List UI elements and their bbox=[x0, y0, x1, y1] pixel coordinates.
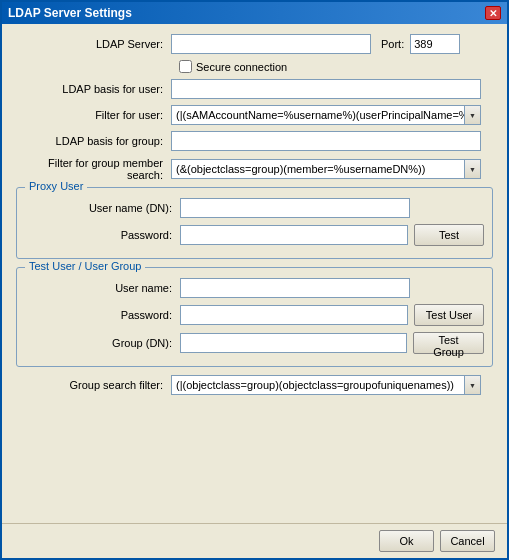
ldap-basis-group-label: LDAP basis for group: bbox=[16, 135, 171, 147]
proxy-username-row: User name (DN): bbox=[25, 198, 484, 218]
bottom-bar: Ok Cancel bbox=[2, 523, 507, 558]
test-group-input[interactable] bbox=[180, 333, 407, 353]
test-user-content: User name: Password: Test User Group (DN… bbox=[25, 278, 484, 354]
ldap-basis-user-input[interactable] bbox=[171, 79, 481, 99]
ldap-settings-dialog: LDAP Server Settings ✕ LDAP Server: Port… bbox=[0, 0, 509, 560]
group-search-filter-value: (|(objectclass=group)(objectclass=groupo… bbox=[172, 379, 464, 391]
test-user-button[interactable]: Test User bbox=[414, 304, 484, 326]
test-username-row: User name: bbox=[25, 278, 484, 298]
ldap-basis-group-row: LDAP basis for group: bbox=[16, 131, 493, 151]
test-group-label: Group (DN): bbox=[25, 337, 180, 349]
secure-connection-row: Secure connection bbox=[179, 60, 493, 73]
secure-connection-label: Secure connection bbox=[196, 61, 287, 73]
test-username-label: User name: bbox=[25, 282, 180, 294]
ok-button[interactable]: Ok bbox=[379, 530, 434, 552]
dialog-title: LDAP Server Settings bbox=[8, 6, 132, 20]
port-label: Port: bbox=[381, 38, 404, 50]
filter-user-label: Filter for user: bbox=[16, 109, 171, 121]
cancel-button[interactable]: Cancel bbox=[440, 530, 495, 552]
test-password-label: Password: bbox=[25, 309, 180, 321]
close-button[interactable]: ✕ bbox=[485, 6, 501, 20]
title-bar: LDAP Server Settings ✕ bbox=[2, 2, 507, 24]
filter-user-value: (|(sAMAccountName=%username%)(userPrinci… bbox=[172, 109, 464, 121]
proxy-username-label: User name (DN): bbox=[25, 202, 180, 214]
test-user-group: Test User / User Group User name: Passwo… bbox=[16, 267, 493, 367]
test-group-row: Group (DN): Test Group bbox=[25, 332, 484, 354]
proxy-password-label: Password: bbox=[25, 229, 180, 241]
secure-connection-checkbox[interactable] bbox=[179, 60, 192, 73]
proxy-user-content: User name (DN): Password: Test bbox=[25, 198, 484, 246]
filter-group-combo[interactable]: (&(objectclass=group)(member=%usernameDN… bbox=[171, 159, 481, 179]
filter-user-dropdown-btn[interactable] bbox=[464, 106, 480, 124]
filter-group-label: Filter for group member search: bbox=[16, 157, 171, 181]
test-group-button[interactable]: Test Group bbox=[413, 332, 484, 354]
test-password-row: Password: Test User bbox=[25, 304, 484, 326]
group-search-filter-row: Group search filter: (|(objectclass=grou… bbox=[16, 375, 493, 395]
ldap-basis-group-input[interactable] bbox=[171, 131, 481, 151]
port-input[interactable] bbox=[410, 34, 460, 54]
proxy-user-group: Proxy User User name (DN): Password: Tes… bbox=[16, 187, 493, 259]
ldap-basis-user-row: LDAP basis for user: bbox=[16, 79, 493, 99]
proxy-username-input[interactable] bbox=[180, 198, 410, 218]
ldap-server-input[interactable] bbox=[171, 34, 371, 54]
group-search-filter-combo[interactable]: (|(objectclass=group)(objectclass=groupo… bbox=[171, 375, 481, 395]
proxy-user-title: Proxy User bbox=[25, 180, 87, 192]
filter-user-combo[interactable]: (|(sAMAccountName=%username%)(userPrinci… bbox=[171, 105, 481, 125]
proxy-password-row: Password: Test bbox=[25, 224, 484, 246]
filter-user-row: Filter for user: (|(sAMAccountName=%user… bbox=[16, 105, 493, 125]
ldap-basis-user-label: LDAP basis for user: bbox=[16, 83, 171, 95]
test-password-input[interactable] bbox=[180, 305, 408, 325]
proxy-test-button[interactable]: Test bbox=[414, 224, 484, 246]
group-search-filter-dropdown-btn[interactable] bbox=[464, 376, 480, 394]
filter-group-dropdown-btn[interactable] bbox=[464, 160, 480, 178]
form-content: LDAP Server: Port: Secure connection LDA… bbox=[2, 24, 507, 523]
filter-group-row: Filter for group member search: (&(objec… bbox=[16, 157, 493, 181]
ldap-server-row: LDAP Server: Port: bbox=[16, 34, 493, 54]
filter-group-value: (&(objectclass=group)(member=%usernameDN… bbox=[172, 163, 464, 175]
ldap-server-label: LDAP Server: bbox=[16, 38, 171, 50]
group-search-filter-label: Group search filter: bbox=[16, 379, 171, 391]
proxy-password-input[interactable] bbox=[180, 225, 408, 245]
test-username-input[interactable] bbox=[180, 278, 410, 298]
test-user-title: Test User / User Group bbox=[25, 260, 145, 272]
